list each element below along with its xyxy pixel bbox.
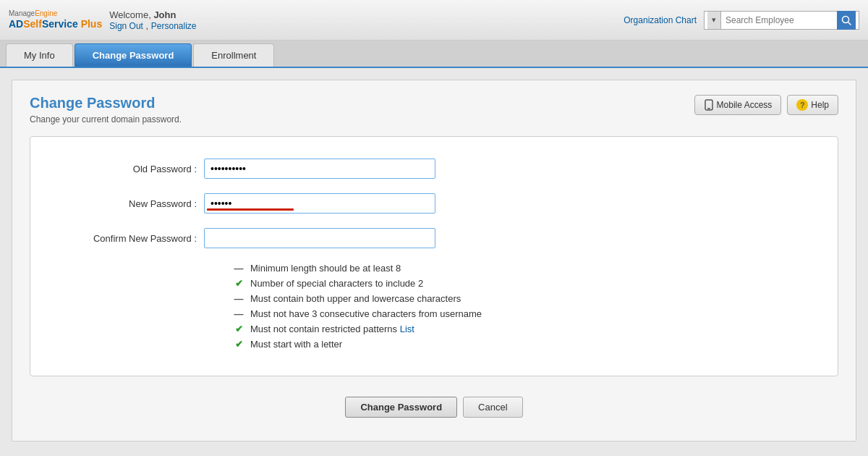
welcome-text: Welcome, [109,9,153,20]
manage-engine-logo: ManageEngine [9,9,102,18]
search-icon [841,15,851,25]
mobile-access-button[interactable]: Mobile Access [694,95,782,115]
new-password-wrapper [204,193,435,214]
search-dropdown-button[interactable]: ▾ [707,12,721,29]
product-logo: ADSelfService Plus [9,18,102,30]
app-header: ManageEngine ADSelfService Plus Welcome,… [0,0,868,41]
confirm-password-label: Confirm New Password : [59,233,204,244]
welcome-area: Welcome, John Sign Out , Personalize [102,9,624,31]
requirements-list: — Minimum length should be at least 8 ✔ … [233,263,809,350]
req-text: Must not have 3 consecutive characters f… [250,308,482,319]
old-password-label: Old Password : [59,164,204,174]
header-buttons: Mobile Access ? Help [694,95,838,115]
personalize-link[interactable]: Personalize [151,21,197,31]
form-container: Old Password : New Password : Confirm Ne… [30,136,838,376]
new-password-label: New Password : [59,198,204,209]
tab-change-password[interactable]: Change Password [75,43,192,67]
page-container: Change Password Change your current doma… [12,80,856,442]
help-button[interactable]: ? Help [787,95,838,115]
confirm-password-input[interactable] [204,228,435,248]
req-min-length: — Minimum length should be at least 8 [233,263,809,274]
req-check-icon: ✔ [233,339,244,350]
page-title-area: Change Password Change your current doma… [30,95,182,124]
req-restricted: ✔ Must not contain restricted patterns L… [233,324,809,334]
help-icon: ? [796,99,808,111]
logo-area: ManageEngine ADSelfService Plus [9,9,102,30]
req-text: Minimum length should be at least 8 [250,263,401,274]
tab-my-info[interactable]: My Info [6,43,73,67]
req-dash-icon: — [233,263,244,274]
req-text: Number of special characters to include … [250,278,423,289]
sign-out-link[interactable]: Sign Out [109,21,143,31]
page-title: Change Password [30,95,182,111]
req-text: Must start with a letter [250,339,342,350]
change-password-button[interactable]: Change Password [345,397,457,418]
svg-line-1 [848,22,851,25]
req-consecutive: — Must not have 3 consecutive characters… [233,308,809,319]
req-check-icon: ✔ [233,324,244,334]
mobile-icon [704,99,714,111]
search-input[interactable] [721,15,837,25]
req-check-icon: ✔ [233,278,244,289]
user-name: John [153,9,176,20]
search-area: ▾ [704,11,859,30]
req-start-letter: ✔ Must start with a letter [233,339,809,350]
new-password-row: New Password : [59,193,809,214]
old-password-input[interactable] [204,159,435,179]
restricted-list-link[interactable]: List [400,324,414,334]
page-header: Change Password Change your current doma… [30,95,838,124]
req-case: — Must contain both upper and lowercase … [233,293,809,304]
main-content: Change Password Change your current doma… [0,68,868,453]
req-text: Must not contain restricted patterns Lis… [250,324,414,334]
req-special-chars: ✔ Number of special characters to includ… [233,278,809,289]
org-chart-link[interactable]: Organization Chart [624,15,697,25]
req-dash-icon: — [233,308,244,319]
tab-enrollment[interactable]: Enrollment [193,43,274,67]
cancel-button[interactable]: Cancel [463,397,522,418]
search-submit-button[interactable] [837,11,856,30]
old-password-row: Old Password : [59,159,809,179]
confirm-password-row: Confirm New Password : [59,228,809,248]
nav-tabs: My Info Change Password Enrollment [0,41,868,68]
password-strength-bar [207,208,294,211]
footer-buttons: Change Password Cancel [30,388,838,426]
page-subtitle: Change your current domain password. [30,114,182,124]
req-text: Must contain both upper and lowercase ch… [250,293,461,304]
req-dash-icon: — [233,293,244,304]
